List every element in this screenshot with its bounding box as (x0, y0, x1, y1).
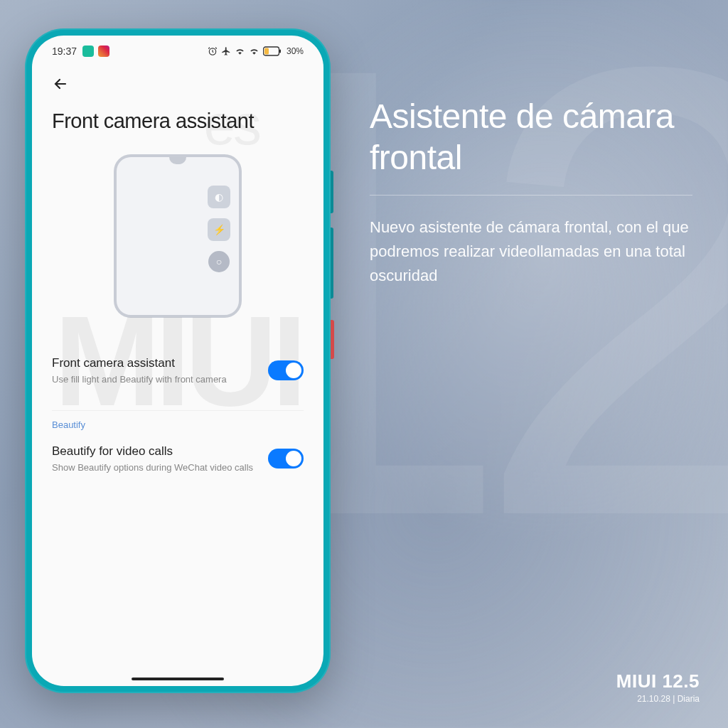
screen-content: Front camera assistant ◐ ⚡ ○ Front camer… (32, 63, 323, 491)
svg-rect-2 (264, 48, 269, 55)
phone-screen: MIUI es 19:37 (32, 36, 323, 686)
wifi-icon-2 (249, 46, 259, 56)
footer-build: 21.10.28 | Diaria (616, 694, 700, 704)
setting-title: Front camera assistant (52, 356, 257, 370)
toggle-front-camera-assistant[interactable] (268, 360, 304, 380)
wifi-icon (235, 46, 245, 56)
footer-brand: MIUI 12.5 (616, 670, 700, 692)
setting-desc: Use fill light and Beautify with front c… (52, 373, 257, 386)
footer: MIUI 12.5 21.10.28 | Diaria (616, 670, 700, 704)
status-left: 19:37 (52, 46, 109, 57)
promo-title: Asistente de cámara frontal (370, 96, 692, 178)
feature-illustration: ◐ ⚡ ○ (114, 154, 242, 318)
phone-power-button (331, 320, 334, 359)
illustration-phone: ◐ ⚡ ○ (114, 154, 242, 318)
setting-desc: Show Beautify options during WeChat vide… (52, 461, 257, 474)
status-right: 30% (208, 46, 304, 56)
status-bar: 19:37 30% (32, 36, 323, 63)
illustration-notch (169, 157, 186, 164)
setting-text: Front camera assistant Use fill light an… (52, 356, 257, 386)
phone-frame: MIUI es 19:37 (25, 28, 331, 693)
setting-front-camera-assistant[interactable]: Front camera assistant Use fill light an… (52, 346, 304, 396)
alarm-icon (208, 46, 218, 56)
setting-title: Beautify for video calls (52, 444, 257, 459)
divider (52, 410, 304, 411)
promo-description: Nuevo asistente de cámara frontal, con e… (370, 215, 692, 288)
back-button[interactable] (52, 70, 304, 109)
airplane-icon (221, 46, 231, 56)
notification-app-icon-2 (98, 46, 109, 57)
svg-rect-3 (279, 50, 281, 53)
status-time: 19:37 (52, 46, 77, 57)
promo-panel: Asistente de cámara frontal Nuevo asiste… (370, 96, 692, 288)
battery-percent: 30% (287, 46, 304, 56)
promo-divider (370, 195, 692, 196)
setting-beautify-video-calls[interactable]: Beautify for video calls Show Beautify o… (52, 434, 304, 484)
illustration-camera-icon: ○ (208, 251, 230, 272)
illustration-flash-icon: ⚡ (208, 218, 230, 241)
toggle-beautify-video-calls[interactable] (268, 449, 304, 469)
battery-icon (263, 46, 282, 56)
home-indicator[interactable] (132, 678, 224, 680)
section-label-beautify: Beautify (52, 419, 304, 430)
page-title: Front camera assistant (52, 109, 304, 133)
notification-app-icon-1 (82, 46, 94, 57)
illustration-sidebar: ◐ ⚡ ○ (206, 186, 232, 272)
illustration-light-icon: ◐ (208, 186, 230, 208)
setting-text: Beautify for video calls Show Beautify o… (52, 444, 257, 474)
